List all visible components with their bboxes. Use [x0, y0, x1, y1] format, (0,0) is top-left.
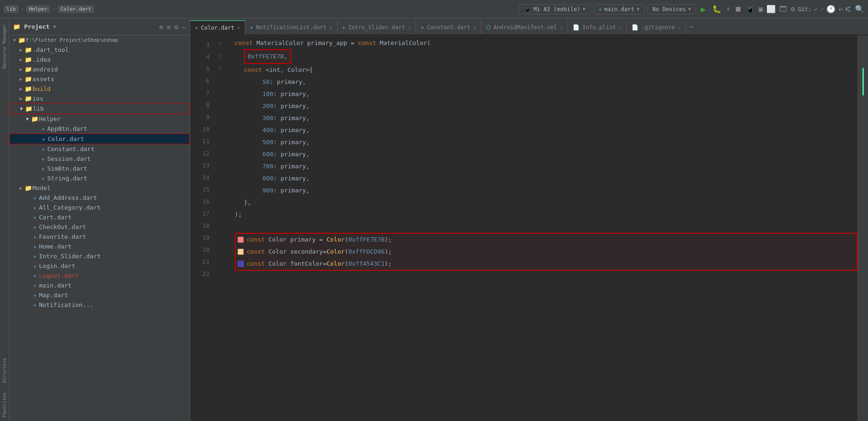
sidebar-dropdown-icon[interactable]: ▼ [53, 24, 56, 29]
sidebar-item-helper[interactable]: ▼ 📁 Helper [9, 114, 190, 124]
sidebar-item-color[interactable]: ✦ Color.dart [9, 134, 190, 144]
close-tab-info[interactable]: ✕ [619, 25, 622, 31]
tab-intro-slider[interactable]: ✦ Intro_Slider.dart ✕ [338, 20, 416, 34]
sidebar-item-map[interactable]: ✦ Map.dart [9, 290, 190, 300]
code-line-11: 500: primary, [262, 136, 858, 148]
sidebar-item-logout[interactable]: ✦ Logout.dart [9, 271, 190, 281]
code-line-8: 200: primary, [262, 100, 858, 112]
logout-icon: ✦ [31, 273, 39, 279]
close-tab-color[interactable]: ✕ [237, 25, 240, 31]
debug-button[interactable]: 🐛 [710, 5, 723, 13]
locate-icon[interactable]: ⊕ [159, 23, 163, 31]
settings-icon[interactable]: ⚙ [174, 23, 178, 31]
sidebar-item-dart-tool[interactable]: ▶ 📁 .dart_tool [9, 45, 190, 55]
window-icon[interactable]: 🗖 [779, 5, 787, 13]
phone-icon: 📱 [524, 6, 531, 13]
fold-3[interactable]: ○ [213, 37, 227, 49]
tab-android-icon: ⬡ [486, 24, 491, 31]
android-label: android [32, 66, 58, 73]
git-branch-icon[interactable]: ⑆ [846, 5, 850, 13]
tab-info-plist[interactable]: 📄 Info.plist ✕ [568, 20, 627, 34]
scrollbar-indicator[interactable] [862, 68, 864, 96]
favorite-label: Favorite.dart [39, 233, 86, 240]
code-text-21: const Color fontColor=Color(0xff4543C1); [247, 258, 855, 270]
close-tab-notif[interactable]: ✕ [329, 25, 332, 31]
sidebar-item-introslider[interactable]: ✦ Intro_Slider.dart [9, 251, 190, 261]
resource-manager-tab[interactable]: Resource Manager [1, 20, 8, 72]
fold-5[interactable]: ○ [213, 49, 227, 61]
lightning-icon[interactable]: ⚡ [726, 5, 731, 13]
search-button[interactable]: 🔍 [855, 5, 864, 13]
close-tab-intro[interactable]: ✕ [408, 25, 411, 31]
code-text-19: const Color primary = Color(0xffFE7E7B); [247, 234, 855, 246]
git-undo-icon[interactable]: ↩ [838, 5, 843, 13]
sidebar-item-session[interactable]: ✦ Session.dart [9, 154, 190, 164]
sidebar-item-main[interactable]: ✦ main.dart [9, 281, 190, 290]
introslider-icon: ✦ [31, 253, 39, 260]
code-text-3: const MaterialColor primary_app = const … [235, 37, 858, 49]
git-clock-icon[interactable]: 🕐 [826, 5, 836, 13]
code-line-19: const Color primary = Color(0xffFE7E7B); [236, 234, 857, 246]
sidebar-item-favorite[interactable]: ✦ Favorite.dart [9, 232, 190, 242]
device-selector[interactable]: 📱 Mi A3 (mobile) ▼ [519, 4, 590, 14]
sidebar-item-simbtn[interactable]: ✦ SimBtn.dart [9, 164, 190, 173]
code-line-15: 900: primary, [262, 185, 858, 197]
fold-17[interactable]: ○ [213, 61, 227, 73]
collapse-icon[interactable]: ≡ [167, 23, 171, 31]
sidebar-item-android[interactable]: ▶ 📁 android [9, 64, 190, 74]
run-button[interactable]: ▶ [699, 4, 708, 14]
sidebar-item-model[interactable]: ▶ 📁 Model [9, 183, 190, 193]
tab-notification-list[interactable]: ✦ NotificationList.dart ✕ [245, 20, 338, 34]
tree-root[interactable]: ▼ 📁 F:\Flutter Project\eShop\eshop [9, 35, 190, 45]
sidebar-item-string[interactable]: ✦ String.dart [9, 173, 190, 183]
code-editor: 3 4 5 6 7 8 9 10 11 12 13 14 15 16 [190, 35, 868, 421]
sidebar-item-build[interactable]: ▶ 📁 build [9, 84, 190, 94]
sidebar-item-lib[interactable]: ▼ 📁 lib [9, 103, 190, 114]
close-sidebar-icon[interactable]: — [182, 23, 186, 31]
tab-constant[interactable]: ✦ Constant.dart ✕ [416, 20, 481, 34]
tab-dart-icon: ✦ [195, 25, 198, 31]
tab-gitignore[interactable]: 📄 .gitignore ✕ [627, 20, 686, 34]
close-tab-android[interactable]: ✕ [560, 25, 563, 31]
close-tab-const[interactable]: ✕ [473, 25, 477, 31]
sidebar-item-login[interactable]: ✦ Login.dart [9, 261, 190, 271]
settings2-icon[interactable]: ⚙ [791, 5, 795, 13]
device-label: Mi A3 (mobile) [533, 6, 580, 13]
sidebar-item-cart[interactable]: ✦ Cart.dart [9, 212, 190, 222]
tab-git-icon: 📄 [632, 24, 638, 31]
no-devices-button[interactable]: No Devices ▼ [647, 4, 696, 14]
sidebar-item-ios[interactable]: ▶ 📁 ios [9, 94, 190, 103]
model-icon: 📁 [24, 185, 32, 191]
sidebar-header: 📁 Project ▼ ⊕ ≡ ⚙ — [9, 19, 190, 35]
breadcrumb-lib[interactable]: lib [4, 5, 19, 13]
favorites-tab[interactable]: Favorites [1, 389, 8, 421]
color-dart-label: Color.dart [48, 135, 84, 142]
lib-icon: 📁 [25, 105, 33, 112]
sidebar-item-assets[interactable]: ▶ 📁 assets [9, 74, 190, 84]
main-area: Resource Manager Structure Favorites 📁 P… [0, 19, 868, 421]
stop-icon[interactable]: ⏹ [734, 5, 742, 13]
breadcrumb-file[interactable]: Color.dart [58, 5, 94, 13]
tab-color-dart[interactable]: ✦ Color.dart ✕ [190, 20, 245, 34]
sidebar-item-home[interactable]: ✦ Home.dart [9, 242, 190, 251]
tab-overflow-button[interactable]: ⋯ [686, 23, 697, 30]
expand-icon[interactable]: ⬜ [766, 5, 776, 13]
git-check-icon[interactable]: ✓ [814, 6, 817, 13]
layout-icon[interactable]: ▣ [759, 5, 763, 13]
breadcrumb-helper[interactable]: Helper [26, 5, 50, 13]
notification-label: Notification... [39, 301, 93, 308]
sidebar-item-checkout[interactable]: ✦ CheckOut.dart [9, 222, 190, 232]
tab-android-manifest[interactable]: ⬡ AndroidManifest.xml ✕ [481, 20, 568, 34]
sidebar-item-addaddress[interactable]: ✦ Add_Address.dart [9, 193, 190, 203]
sidebar-item-allcategory[interactable]: ✦ All_Category.dart [9, 203, 190, 212]
phone-toolbar-icon[interactable]: 📱 [746, 5, 755, 13]
close-tab-git[interactable]: ✕ [677, 25, 681, 31]
sidebar-item-appbtn[interactable]: ✦ AppBtn.dart [9, 124, 190, 134]
structure-tab[interactable]: Structure [1, 354, 8, 387]
build-label: build [32, 85, 51, 92]
sidebar-item-notification[interactable]: ✦ Notification... [9, 300, 190, 310]
main-file-button[interactable]: ✦ main.dart ▼ [594, 4, 645, 14]
git-green-icon[interactable]: ✓ [820, 6, 823, 13]
sidebar-item-constant[interactable]: ✦ Constant.dart [9, 144, 190, 154]
sidebar-item-idea[interactable]: ▶ 📁 .idea [9, 55, 190, 64]
